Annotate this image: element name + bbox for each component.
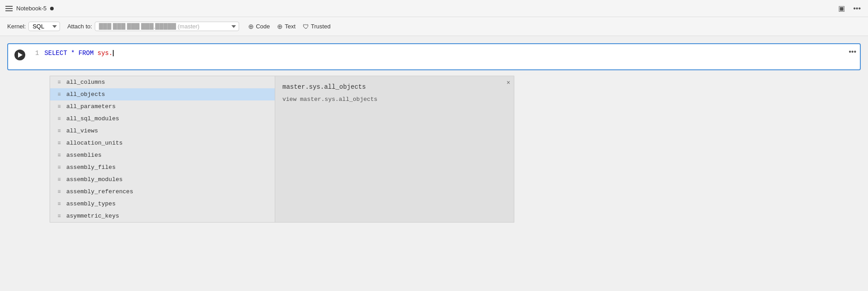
operator-star: * <box>71 50 74 57</box>
toolbar: Kernel: SQL Attach to: ███ ███ ███ ███,█… <box>0 17 868 36</box>
panel-toggle-button[interactable]: ▣ <box>836 3 847 14</box>
add-text-button[interactable]: ⊕ Text <box>277 23 295 31</box>
run-triangle <box>18 52 23 58</box>
table-icon: ≡ <box>55 104 63 110</box>
detail-title: master.sys.all_objects <box>282 83 507 91</box>
title-bar-right: ▣ ••• <box>836 3 863 14</box>
kernel-select[interactable]: SQL <box>28 22 60 31</box>
autocomplete-item[interactable]: ≡all_objects <box>50 88 275 100</box>
main-area: 1SELECT * FROM sys. ••• ≡all_columns≡all… <box>0 36 868 77</box>
more-options-button[interactable]: ••• <box>851 4 863 14</box>
item-label: all_views <box>66 127 98 134</box>
autocomplete-container: ≡all_columns≡all_objects≡all_parameters≡… <box>50 76 514 223</box>
code-cell: 1SELECT * FROM sys. ••• <box>7 43 861 70</box>
autocomplete-item[interactable]: ≡assembly_files <box>50 161 275 173</box>
code-button-label: Code <box>256 23 270 30</box>
add-code-button[interactable]: ⊕ Code <box>248 23 270 31</box>
cursor <box>113 50 114 56</box>
table-icon: ≡ <box>55 189 63 195</box>
run-icon <box>14 50 25 60</box>
shield-icon: 🛡 <box>303 23 309 30</box>
table-name: sys. <box>97 50 113 57</box>
trusted-button[interactable]: 🛡 Trusted <box>303 23 331 30</box>
table-icon: ≡ <box>55 152 63 159</box>
autocomplete-list[interactable]: ≡all_columns≡all_objects≡all_parameters≡… <box>50 76 275 223</box>
title-bar: Notebook-5 ▣ ••• <box>0 0 868 17</box>
autocomplete-item[interactable]: ≡assembly_modules <box>50 173 275 186</box>
line-number: 1 <box>35 50 39 57</box>
detail-description: view master.sys.all_objects <box>282 96 507 103</box>
table-icon: ≡ <box>55 91 63 98</box>
kernel-label: Kernel: <box>7 23 26 30</box>
autocomplete-item[interactable]: ≡allocation_units <box>50 137 275 149</box>
table-icon: ≡ <box>55 140 63 146</box>
table-icon: ≡ <box>55 79 63 86</box>
item-label: assembly_modules <box>66 176 123 183</box>
plus-code-icon: ⊕ <box>248 23 254 31</box>
item-label: allocation_units <box>66 140 123 146</box>
trusted-label: Trusted <box>311 23 331 30</box>
item-label: all_parameters <box>66 103 115 110</box>
table-icon: ≡ <box>55 128 63 134</box>
detail-close-button[interactable]: × <box>507 79 510 86</box>
autocomplete-item[interactable]: ≡all_views <box>50 125 275 137</box>
notebook-title: Notebook-5 <box>16 5 46 12</box>
attach-select[interactable]: ███ ███ ███ ███,█████ (master) <box>95 22 239 31</box>
keyword-select: SELECT <box>44 50 67 57</box>
table-icon: ≡ <box>55 164 63 171</box>
autocomplete-item[interactable]: ≡all_columns <box>50 76 275 88</box>
item-label: assembly_references <box>66 188 133 195</box>
autocomplete-detail: × master.sys.all_objects view master.sys… <box>275 76 514 223</box>
item-label: asymmetric_keys <box>66 213 119 219</box>
item-label: assembly_types <box>66 200 115 207</box>
table-icon: ≡ <box>55 116 63 122</box>
more-icon: ••• <box>853 5 861 13</box>
autocomplete-item[interactable]: ≡all_parameters <box>50 100 275 113</box>
item-label: all_sql_modules <box>66 115 119 122</box>
item-label: all_columns <box>66 79 105 86</box>
cell-more-icon: ••• <box>849 48 856 55</box>
autocomplete-item[interactable]: ≡asymmetric_keys <box>50 210 275 222</box>
toolbar-actions: ⊕ Code ⊕ Text 🛡 Trusted <box>248 23 331 31</box>
table-icon: ≡ <box>55 201 63 207</box>
item-label: assembly_files <box>66 164 115 171</box>
table-icon: ≡ <box>55 213 63 219</box>
item-label: assemblies <box>66 152 102 159</box>
autocomplete-item[interactable]: ≡all_sql_modules <box>50 113 275 125</box>
panel-icon: ▣ <box>838 4 845 13</box>
item-label: all_objects <box>66 91 105 98</box>
keyword-from: FROM <box>78 50 94 57</box>
autocomplete-item[interactable]: ≡assembly_references <box>50 186 275 198</box>
plus-text-icon: ⊕ <box>277 23 283 31</box>
table-icon: ≡ <box>55 177 63 183</box>
cell-more-options-button[interactable]: ••• <box>849 48 856 56</box>
menu-icon[interactable] <box>5 6 13 11</box>
autocomplete-item[interactable]: ≡assembly_types <box>50 198 275 210</box>
text-button-label: Text <box>285 23 295 30</box>
title-bar-left: Notebook-5 <box>5 5 54 12</box>
dirty-indicator <box>50 7 54 10</box>
run-cell-button[interactable] <box>8 44 32 66</box>
attach-label: Attach to: <box>67 23 92 30</box>
autocomplete-item[interactable]: ≡assemblies <box>50 149 275 161</box>
cell-editor[interactable]: 1SELECT * FROM sys. <box>32 44 860 63</box>
